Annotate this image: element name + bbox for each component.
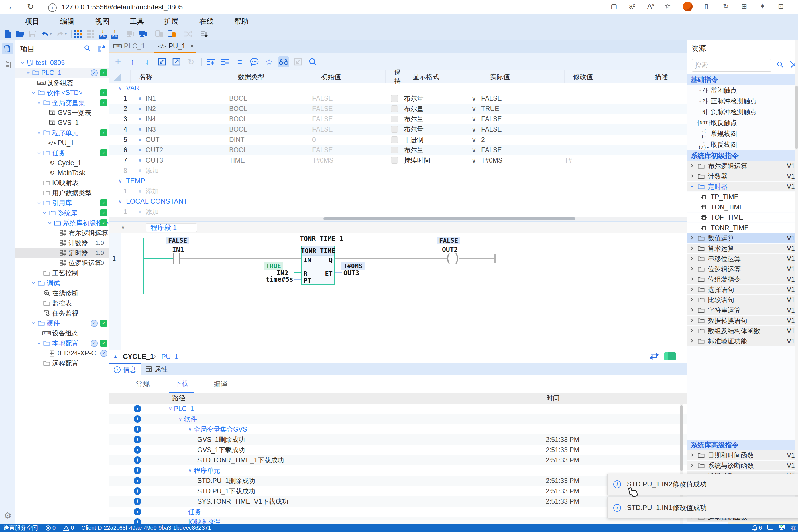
address-bar[interactable]: 127.0.0.1:5556/#default:/mch/test_0805 xyxy=(61,3,183,11)
display-format-select[interactable]: 布尔量∨ xyxy=(404,124,481,134)
chevron-down-icon[interactable] xyxy=(36,100,42,105)
comment-button[interactable] xyxy=(249,56,260,67)
retain-checkbox[interactable] xyxy=(391,116,398,122)
add-variable-button[interactable]: + xyxy=(112,56,124,67)
sync-device-button[interactable] xyxy=(167,29,176,39)
ladder-canvas[interactable]: 1 FALSE IN1 TONR_TIME_1 TONR_TIME IN Q R… xyxy=(109,233,687,350)
description-cell[interactable] xyxy=(646,145,687,155)
chevron-right-icon[interactable] xyxy=(687,235,697,242)
description-cell[interactable] xyxy=(646,114,687,124)
export-disabled-button[interactable] xyxy=(293,56,304,67)
instruction-取反触点[interactable]: ┤NOT├ 取反触点 xyxy=(687,118,798,128)
lib-位逻辑运算[interactable]: 位逻辑运算 V1.0 xyxy=(687,264,798,274)
undo-button[interactable]: ▾ xyxy=(41,29,52,39)
phone-link-icon[interactable]: ▯ xyxy=(705,2,708,10)
network-header[interactable]: ∨ 程序段 1 xyxy=(109,222,687,233)
fb-TONR_TIME[interactable]: TONR_TIME xyxy=(687,223,798,233)
scrollbar-thumb[interactable] xyxy=(795,86,798,149)
breadcrumb-item[interactable]: PU_1 xyxy=(161,353,179,361)
contact-bar[interactable] xyxy=(173,253,174,264)
chevron-down-icon[interactable] xyxy=(36,341,42,345)
pin-r[interactable]: R xyxy=(304,270,307,277)
chevron-down-icon[interactable] xyxy=(25,70,32,75)
chevron-down-icon[interactable]: ∨ xyxy=(168,405,172,412)
tab-properties[interactable]: 属性 xyxy=(140,363,173,376)
display-format-select[interactable]: 布尔量∨ xyxy=(404,103,481,114)
menu-item-5[interactable]: 在线 xyxy=(199,17,214,26)
menu-item-2[interactable]: 视图 xyxy=(95,17,109,26)
new-file-button[interactable] xyxy=(4,29,12,39)
modify-value-input[interactable] xyxy=(564,134,646,145)
warning-counter[interactable]: 0 xyxy=(63,525,74,531)
lib-标准验证功能[interactable]: 标准验证功能 V1.0 xyxy=(687,336,798,346)
contact-label[interactable]: IN1 xyxy=(172,246,184,253)
chevron-down-icon[interactable] xyxy=(36,201,42,205)
chevron-down-icon[interactable] xyxy=(41,211,48,215)
transfer-icon[interactable] xyxy=(650,352,658,361)
resource-search-icon[interactable] xyxy=(777,61,784,70)
chevron-down-icon[interactable]: ∨ xyxy=(471,115,476,123)
project-explorer-icon[interactable] xyxy=(2,43,14,54)
chevron-down-icon[interactable] xyxy=(30,281,37,285)
copilot-icon[interactable]: ✦ xyxy=(760,2,765,10)
reload-icon[interactable]: ↻ xyxy=(27,2,34,12)
menu-item-3[interactable]: 工具 xyxy=(130,17,144,26)
toast-notification-1[interactable]: i .STD.PU_1.IN1修改值成功 xyxy=(607,497,798,518)
chevron-down-icon[interactable]: ∨ xyxy=(471,136,476,144)
display-format-select[interactable]: 布尔量∨ xyxy=(404,145,481,155)
coil-label[interactable]: OUT2 xyxy=(442,246,458,253)
tree-item-计数器[interactable]: 计数器 1.0 xyxy=(15,238,109,248)
history-icon[interactable]: ↻ xyxy=(723,2,729,10)
tree-item-任务[interactable]: 任务 ✓ xyxy=(15,148,109,158)
project-search-icon[interactable] xyxy=(84,45,91,53)
sort-filter-button[interactable] xyxy=(200,29,208,39)
tree-item-远程配置[interactable]: 远程配置 xyxy=(15,358,109,368)
save-button[interactable] xyxy=(29,29,37,39)
chevron-right-icon[interactable] xyxy=(687,452,697,459)
monitor-online-button[interactable] xyxy=(139,29,147,39)
profile-avatar[interactable] xyxy=(683,2,693,12)
chevron-down-icon[interactable] xyxy=(36,131,42,135)
log-row[interactable]: i IO映射变量 xyxy=(109,517,687,524)
log-row[interactable]: i STD.PU_1删除成功 2:51:33 PM xyxy=(109,476,687,486)
chevron-right-icon[interactable] xyxy=(687,286,697,293)
description-cell[interactable] xyxy=(646,124,687,134)
insert-row-button[interactable] xyxy=(205,56,216,67)
log-row[interactable]: i ∨ 软件 xyxy=(109,414,687,424)
description-cell[interactable] xyxy=(646,103,687,114)
lib-数据转换语句[interactable]: 数据转换语句 V1.0 xyxy=(687,316,798,325)
chevron-right-icon[interactable] xyxy=(687,307,697,314)
select-all-corner[interactable] xyxy=(109,70,131,83)
column-3[interactable]: 保持 xyxy=(385,70,404,83)
favorite-button[interactable]: ☆ xyxy=(264,56,274,67)
column-2[interactable]: 初始值 xyxy=(312,70,385,83)
tree-item-工艺控制[interactable]: 工艺控制 xyxy=(15,268,109,278)
chevron-down-icon[interactable]: ∨ xyxy=(118,198,122,205)
et-output-label[interactable]: OUT3 xyxy=(343,269,359,277)
variable-row-IN3[interactable]: 4 IN3 BOOL FALSE 布尔量∨ FALSE xyxy=(109,124,687,134)
tree-item-PU_1[interactable]: </> PU_1 xyxy=(15,138,109,148)
scrollbar-thumb[interactable] xyxy=(680,405,683,471)
lib-布尔逻辑运算[interactable]: 布尔逻辑运算 V1.0 xyxy=(687,161,798,171)
chevron-right-icon[interactable] xyxy=(687,317,697,324)
modify-value-input[interactable] xyxy=(564,114,646,124)
block-instance-label[interactable]: TONR_TIME_1 xyxy=(300,235,343,242)
split-screen-icon[interactable]: ⊞ xyxy=(741,2,747,10)
lib-系统与诊断函数[interactable]: 系统与诊断函数 V1.0 xyxy=(687,461,798,471)
close-tab-icon[interactable]: × xyxy=(190,42,194,50)
log-row[interactable]: i STD.TONR_TIME_1下载成功 2:51:33 PM xyxy=(109,455,687,465)
retain-checkbox[interactable] xyxy=(391,105,398,112)
chevron-down-icon[interactable] xyxy=(19,60,26,65)
log-row[interactable]: i ∨ PLC_1 xyxy=(109,403,687,414)
tree-item-0 T324-XP-C...[interactable]: 0 T324-XP-C... ✓ xyxy=(15,348,109,358)
variable-row-OUT[interactable]: 5 OUT DINT 0 十进制∨ 2 xyxy=(109,134,687,145)
display-format-select[interactable]: 布尔量∨ xyxy=(404,93,481,103)
chevron-down-icon[interactable] xyxy=(30,91,37,95)
coil-icon[interactable] xyxy=(446,253,459,264)
add-variable-row[interactable]: 1 添加 xyxy=(109,207,687,217)
export-button[interactable] xyxy=(171,56,182,67)
tree-item-位逻辑运算[interactable]: 位逻辑运算 1.0 xyxy=(15,258,109,268)
clipboard-panel-icon[interactable] xyxy=(2,59,14,70)
tree-item-GVS_1[interactable]: GVS_1 xyxy=(15,118,109,128)
log-row[interactable]: i SYS.TONR_TIME_V1下载成功 2:51:33 PM xyxy=(109,496,687,507)
